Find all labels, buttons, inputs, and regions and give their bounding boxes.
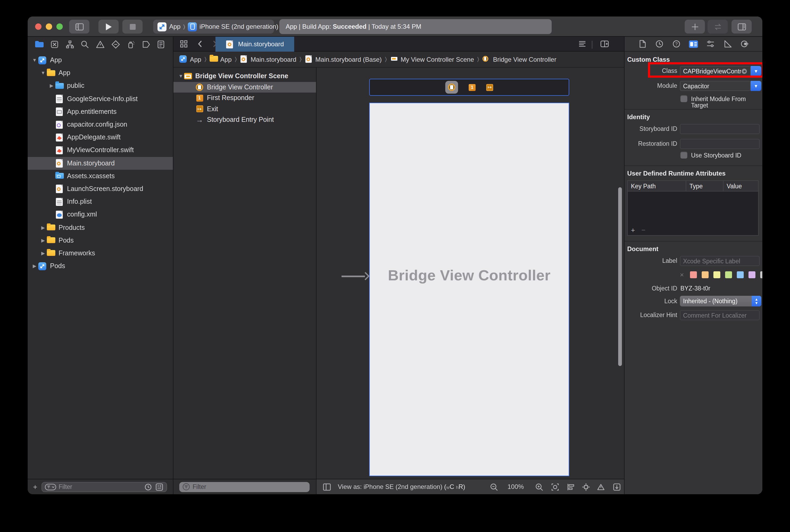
stop-button[interactable] (122, 20, 142, 34)
symbol-navigator-icon[interactable] (65, 39, 75, 50)
connections-inspector-icon[interactable] (739, 39, 750, 49)
file-tree-row[interactable]: capacitor.config.json (28, 118, 173, 131)
color-tag-swatch[interactable] (690, 271, 697, 278)
history-inspector-icon[interactable] (654, 39, 664, 49)
issue-navigator-icon[interactable] (95, 39, 105, 50)
breadcrumb-item[interactable]: Bridge View Controller (482, 55, 556, 63)
color-tag-swatch[interactable] (701, 271, 708, 278)
use-storyboard-id-checkbox[interactable] (680, 152, 687, 158)
disclosure-triangle-icon[interactable]: ▶ (40, 238, 46, 243)
test-navigator-icon[interactable] (110, 39, 121, 50)
file-tree-row[interactable]: config.xml (28, 208, 173, 221)
lock-dropdown[interactable]: Inherited - (Nothing) (680, 296, 761, 306)
attributes-inspector-icon[interactable] (705, 39, 715, 49)
zoom-level[interactable]: 100% (507, 483, 524, 491)
report-navigator-icon[interactable] (156, 39, 166, 50)
file-tree-row[interactable]: Info.plist (28, 195, 173, 208)
add-attribute-button[interactable]: + (631, 226, 635, 234)
source-control-icon[interactable] (50, 39, 60, 50)
disclosure-triangle-icon[interactable]: ▶ (49, 83, 54, 89)
remove-attribute-button[interactable]: − (641, 226, 645, 234)
embed-icon[interactable] (612, 482, 621, 491)
restoration-id-field[interactable] (680, 139, 760, 149)
file-tree-row[interactable]: App.entitlements (28, 105, 173, 118)
outline-row[interactable]: Bridge View Controller (173, 82, 316, 93)
no-color-button[interactable]: × (680, 271, 684, 279)
file-tree-row[interactable]: ▶public (28, 79, 173, 92)
add-editor-icon[interactable] (600, 39, 609, 49)
localizer-hint-field[interactable]: Comment For Localizer (680, 310, 760, 320)
project-navigator-icon[interactable] (34, 39, 45, 50)
scheme-selector[interactable]: App 〉 iPhone SE (2nd generation) (153, 20, 274, 34)
breadcrumb-item[interactable]: App (210, 55, 232, 63)
breadcrumb-item[interactable]: Main.storyboard (Base) (305, 55, 382, 63)
file-tree-row[interactable]: AppDelegate.swift (28, 131, 173, 144)
first-responder-icon[interactable]: 1 (469, 84, 476, 91)
view-controller-view[interactable]: Bridge View Controller (369, 103, 569, 476)
run-button[interactable] (98, 20, 119, 34)
color-tag-swatch[interactable] (713, 271, 720, 278)
find-navigator-icon[interactable] (80, 39, 91, 50)
outline-filter-field[interactable]: Filter (179, 482, 310, 492)
navigator-filter-field[interactable]: Filter (41, 482, 167, 492)
add-constraints-icon[interactable] (581, 482, 591, 491)
back-chevron-icon[interactable] (196, 39, 205, 49)
storyboard-canvas[interactable]: 1 ↦ Bridge View Controller (316, 68, 624, 479)
lock-stepper[interactable]: ▲▼ (752, 296, 761, 306)
quick-help-inspector-icon[interactable]: ? (671, 39, 681, 49)
exit-icon[interactable]: ↦ (486, 84, 493, 91)
file-tree-row[interactable]: LaunchScreen.storyboard (28, 183, 173, 195)
breadcrumb-item[interactable]: App (179, 55, 201, 63)
disclosure-triangle-icon[interactable]: ▶ (40, 225, 46, 230)
file-tree-row[interactable]: MyViewController.swift (28, 144, 173, 157)
breadcrumb-item[interactable]: My View Controller Scene (390, 55, 474, 63)
canvas-scrollbar[interactable] (618, 187, 622, 366)
related-items-icon[interactable] (179, 39, 188, 49)
storyboard-id-field[interactable] (680, 124, 760, 134)
debug-navigator-icon[interactable] (125, 39, 136, 50)
file-tree-row[interactable]: Assets.xcassets (28, 169, 173, 182)
file-inspector-icon[interactable] (637, 39, 648, 49)
outline-row[interactable]: ↦Exit (173, 103, 316, 114)
library-button[interactable] (685, 20, 705, 34)
scene-header-row[interactable]: ▼Bridge View Controller Scene (173, 71, 316, 82)
toggle-inspectors-button[interactable] (731, 20, 752, 34)
color-tag-swatch[interactable] (736, 271, 744, 278)
file-tree-row[interactable]: ▶Frameworks (28, 247, 173, 260)
color-tag-swatch[interactable] (760, 271, 762, 278)
update-frames-icon[interactable] (551, 482, 560, 491)
outline-row[interactable]: 1First Responder (173, 93, 316, 103)
file-tree-row[interactable]: ▶Products (28, 221, 173, 234)
disclosure-triangle-icon[interactable]: ▼ (40, 71, 46, 76)
disclosure-triangle-icon[interactable]: ▶ (32, 263, 37, 269)
breakpoint-navigator-icon[interactable] (140, 39, 151, 50)
file-tree-row[interactable]: ▼App (28, 54, 173, 66)
view-as-label[interactable]: View as: iPhone SE (2nd generation) (wC … (338, 483, 465, 491)
outline-row[interactable]: →Storyboard Entry Point (173, 114, 316, 125)
identity-inspector-icon[interactable] (688, 39, 698, 49)
module-field[interactable]: Capacitor (680, 81, 751, 91)
disclosure-triangle-icon[interactable]: ▶ (40, 251, 46, 256)
tab-main-storyboard[interactable]: Main.storyboard (215, 37, 294, 52)
editor-options-icon[interactable] (578, 39, 587, 49)
zoom-out-icon[interactable] (489, 482, 499, 491)
inspector-divider[interactable] (624, 37, 624, 494)
code-review-button[interactable] (708, 20, 728, 34)
file-tree-row[interactable]: ▼App (28, 66, 173, 79)
module-dropdown-button[interactable]: ▾ (751, 81, 761, 91)
view-controller-dock-item[interactable] (445, 81, 458, 94)
size-inspector-icon[interactable] (722, 39, 733, 49)
storyboard-entry-arrow[interactable] (342, 272, 369, 280)
close-window-button[interactable] (35, 23, 41, 30)
navigator-divider[interactable] (173, 37, 173, 494)
recents-clock-icon[interactable] (143, 482, 153, 491)
disclosure-triangle-icon[interactable]: ▼ (32, 57, 37, 63)
toggle-outline-icon[interactable] (322, 482, 331, 491)
file-tree-row[interactable]: ▶Pods (28, 260, 173, 272)
outline-divider[interactable] (316, 68, 316, 494)
document-label-field[interactable]: Xcode Specific Label (680, 256, 760, 266)
inherit-module-checkbox[interactable] (680, 95, 687, 102)
zoom-window-button[interactable] (56, 23, 63, 30)
add-file-button[interactable]: + (33, 482, 37, 491)
disclosure-triangle-icon[interactable]: ▼ (178, 74, 184, 79)
